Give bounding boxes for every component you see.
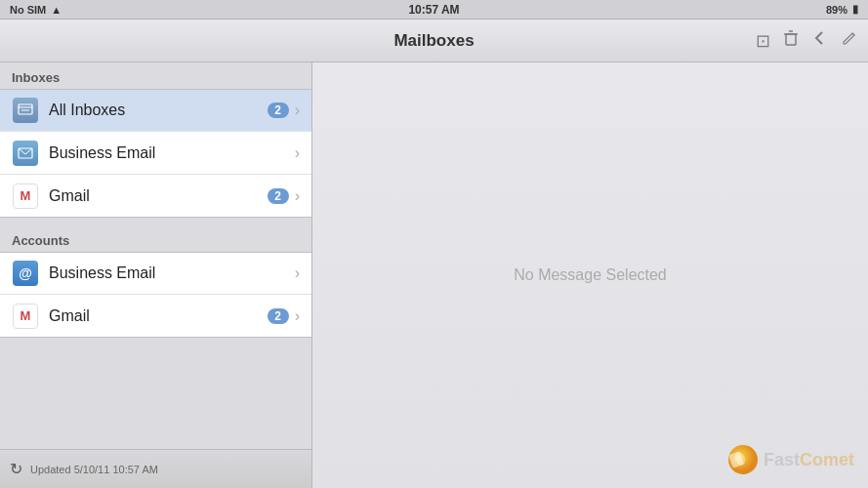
- accounts-list: @ Business Email › M Gmail 2 ›: [0, 252, 311, 338]
- nav-title: Mailboxes: [393, 31, 474, 51]
- list-item[interactable]: @ Business Email ›: [0, 252, 311, 295]
- business-email-icon: [12, 140, 39, 167]
- list-item[interactable]: M Gmail 2 ›: [0, 175, 311, 218]
- gmail-inbox-badge: 2: [268, 188, 289, 204]
- list-item[interactable]: All Inboxes 2 ›: [0, 89, 311, 132]
- updated-text: Updated 5/10/11 10:57 AM: [30, 464, 158, 475]
- chevron-icon: ›: [295, 187, 300, 205]
- status-time: 10:57 AM: [408, 3, 459, 17]
- status-bar: No SIM ▲ 10:57 AM 89% ▮: [0, 0, 868, 20]
- carrier-text: No SIM: [10, 4, 46, 16]
- flag-icon[interactable]: ⊡: [756, 30, 770, 52]
- chevron-icon: ›: [295, 144, 300, 162]
- trash-icon[interactable]: [782, 29, 800, 52]
- business-email-account-label: Business Email: [49, 264, 295, 282]
- left-toolbar: ↻ Updated 5/10/11 10:57 AM: [0, 449, 311, 488]
- all-inboxes-badge: 2: [268, 102, 289, 118]
- refresh-icon[interactable]: ↻: [10, 460, 22, 478]
- compose-icon[interactable]: [841, 29, 858, 52]
- watermark-label: FastComet: [764, 450, 854, 470]
- status-left: No SIM ▲: [10, 4, 62, 16]
- gmail-account-icon: M: [12, 303, 39, 330]
- status-right: 89% ▮: [826, 3, 858, 16]
- at-icon: @: [12, 260, 39, 287]
- all-inboxes-label: All Inboxes: [49, 102, 268, 119]
- accounts-section-header: Accounts: [0, 225, 311, 252]
- svg-rect-0: [786, 34, 796, 45]
- chevron-icon: ›: [295, 102, 300, 119]
- svg-line-3: [852, 33, 854, 35]
- main-layout: Inboxes All Inboxes 2 ›: [0, 62, 868, 488]
- all-inboxes-icon: [12, 97, 39, 124]
- fastcomet-logo-icon: [728, 445, 758, 474]
- battery-text: 89%: [826, 4, 847, 16]
- chevron-icon: ›: [295, 307, 300, 325]
- gmail-inbox-icon: M: [12, 183, 39, 210]
- left-panel: Inboxes All Inboxes 2 ›: [0, 62, 312, 488]
- chevron-icon: ›: [295, 264, 300, 282]
- no-message-text: No Message Selected: [514, 266, 667, 284]
- wifi-icon: ▲: [51, 4, 62, 16]
- gmail-account-badge: 2: [268, 308, 289, 324]
- watermark: FastComet: [728, 445, 854, 474]
- back-icon[interactable]: [811, 29, 829, 52]
- nav-bar: Mailboxes ⊡: [0, 20, 868, 62]
- inboxes-section-header: Inboxes: [0, 62, 311, 89]
- nav-actions: ⊡: [756, 29, 858, 52]
- list-item[interactable]: M Gmail 2 ›: [0, 295, 311, 338]
- right-panel: No Message Selected FastComet: [312, 62, 868, 488]
- business-email-inbox-label: Business Email: [49, 144, 295, 162]
- gmail-inbox-label: Gmail: [49, 187, 268, 205]
- list-item[interactable]: Business Email ›: [0, 132, 311, 175]
- battery-icon: ▮: [852, 3, 858, 16]
- svg-rect-4: [19, 104, 32, 114]
- gmail-account-label: Gmail: [49, 307, 268, 325]
- inboxes-list: All Inboxes 2 › Business Email ›: [0, 89, 311, 218]
